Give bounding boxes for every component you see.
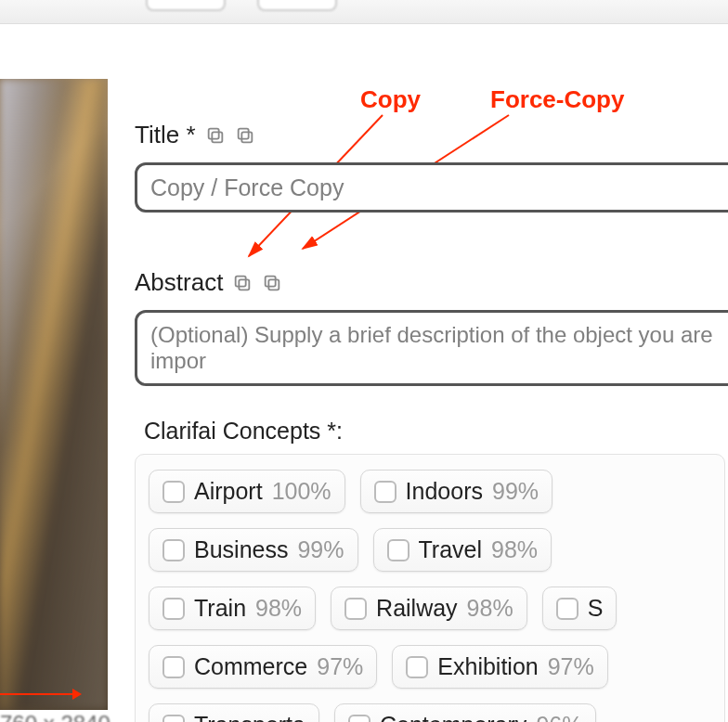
abstract-textarea[interactable]: [135, 310, 728, 386]
concept-label: Travel: [419, 536, 483, 563]
svg-rect-9: [266, 276, 276, 286]
title-label-text: Title *: [135, 121, 196, 149]
concept-checkbox[interactable]: [387, 539, 410, 561]
abstract-label-text: Abstract: [135, 268, 223, 297]
concept-label: Exhibition: [437, 653, 538, 680]
concept-label: Transporta: [194, 712, 306, 722]
svg-rect-4: [241, 132, 252, 142]
concept-chip[interactable]: Exhibition97%: [392, 645, 607, 689]
concept-chip[interactable]: S: [542, 587, 618, 630]
concept-chip[interactable]: Commerce97%: [149, 645, 377, 689]
concept-label: Train: [194, 595, 246, 622]
concept-percent: 98%: [467, 595, 514, 622]
force-copy-icon[interactable]: [235, 125, 255, 146]
concept-checkbox[interactable]: [348, 715, 370, 723]
force-copy-icon[interactable]: [262, 273, 282, 293]
top-toolbar: [0, 0, 728, 24]
preview-image: [0, 79, 108, 710]
svg-rect-5: [238, 128, 248, 138]
concept-checkbox[interactable]: [374, 481, 396, 503]
concept-label: S: [588, 595, 604, 622]
concept-checkbox[interactable]: [162, 481, 185, 503]
concept-chip[interactable]: Travel98%: [373, 528, 552, 572]
concept-checkbox[interactable]: [162, 715, 185, 723]
annotation-force-copy-label: Force-Copy: [490, 85, 624, 114]
concept-chip[interactable]: Indoors99%: [360, 470, 552, 513]
concept-checkbox[interactable]: [556, 598, 578, 620]
concept-checkbox[interactable]: [406, 656, 428, 678]
concept-label: Railway: [376, 595, 458, 622]
concept-percent: 100%: [272, 478, 332, 505]
concept-chip[interactable]: Airport100%: [149, 470, 345, 513]
concept-percent: 99%: [297, 536, 344, 563]
svg-rect-6: [240, 279, 250, 290]
svg-rect-2: [212, 132, 222, 142]
abstract-label: Abstract: [135, 268, 728, 297]
concept-chip[interactable]: Train98%: [149, 587, 316, 630]
copy-icon[interactable]: [205, 125, 226, 146]
concepts-label: Clarifai Concepts *:: [144, 418, 728, 445]
concept-chip[interactable]: Business99%: [149, 528, 358, 572]
svg-rect-3: [208, 128, 218, 138]
title-label: Title *: [135, 121, 728, 149]
concept-label: Indoors: [406, 478, 483, 505]
concept-percent: 98%: [491, 536, 538, 563]
concepts-container: Airport100%Indoors99%Business99%Travel98…: [135, 454, 725, 722]
concept-label: Commerce: [194, 653, 307, 680]
concept-percent: 99%: [492, 478, 539, 505]
dimension-arrow-icon: [0, 693, 74, 695]
concept-percent: 97%: [548, 653, 594, 680]
concept-percent: 97%: [317, 653, 363, 680]
copy-icon[interactable]: [232, 273, 253, 293]
concept-checkbox[interactable]: [344, 598, 367, 620]
concept-chip[interactable]: Contemporary96%: [334, 703, 596, 722]
svg-rect-8: [269, 279, 280, 290]
concept-label: Contemporary: [380, 712, 526, 722]
concept-chip[interactable]: Transporta: [149, 703, 319, 722]
concept-label: Business: [194, 536, 288, 563]
concept-checkbox[interactable]: [162, 656, 185, 678]
svg-rect-7: [236, 276, 246, 286]
image-dimensions: 760 x 2840: [0, 711, 110, 722]
toolbar-button[interactable]: [146, 0, 226, 11]
toolbar-button[interactable]: [257, 0, 337, 11]
concept-checkbox[interactable]: [162, 539, 185, 561]
concept-percent: 98%: [255, 595, 302, 622]
annotation-copy-label: Copy: [360, 85, 421, 114]
concept-label: Airport: [194, 478, 263, 505]
concept-percent: 96%: [536, 712, 582, 722]
title-input[interactable]: [135, 162, 728, 213]
concept-checkbox[interactable]: [162, 598, 185, 620]
concept-chip[interactable]: Railway98%: [331, 587, 527, 630]
